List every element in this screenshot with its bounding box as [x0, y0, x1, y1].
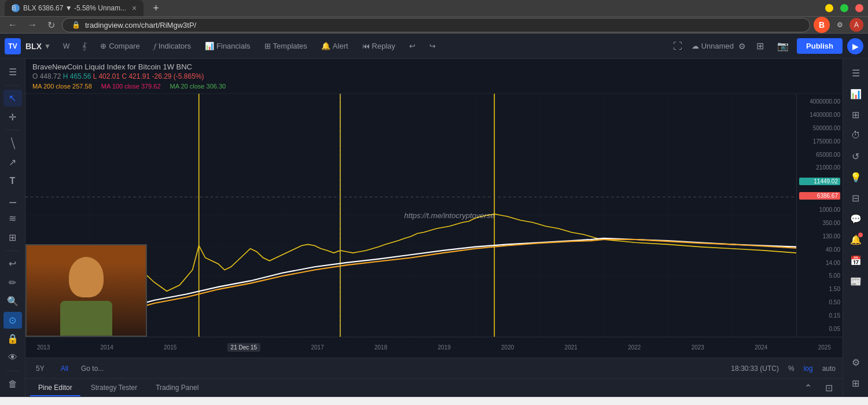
price-1.5: 1.50	[799, 286, 840, 292]
timeframe-w-button[interactable]: W	[58, 39, 75, 53]
magnet-tool[interactable]: ⊙	[3, 312, 22, 329]
trash-tool[interactable]: 🗑	[3, 376, 22, 393]
cursor-tool[interactable]: ↖	[3, 90, 22, 106]
replay-menu-item[interactable]: ⏮ Replay	[356, 38, 401, 54]
low-label: L	[93, 72, 97, 80]
time-labels: 2013 2014 2015 21 Dec 15 2017 2018 2019 …	[32, 343, 836, 352]
ma-legend: MA 200 close 257.58 MA 100 close 379.62 …	[32, 83, 836, 90]
rt-heatmap-icon[interactable]: ⊞	[847, 105, 865, 124]
trading-panel-tab[interactable]: Trading Panel	[148, 380, 207, 396]
rt-grid-icon[interactable]: ⊞	[847, 374, 865, 392]
browser-frame: B BLX 6386.67 ▼ -5.58% Unnam... × + ← → …	[0, 0, 868, 405]
undo-button[interactable]: ↩	[403, 38, 421, 54]
profile-icon[interactable]: A	[849, 18, 863, 32]
forward-button[interactable]: →	[24, 17, 41, 32]
rt-settings-icon[interactable]: ⚙	[847, 353, 865, 371]
close-label: C	[122, 72, 127, 80]
fullscreen-icon[interactable]: ⛶	[668, 37, 687, 56]
extensions-icon[interactable]: ⚙	[833, 19, 846, 31]
time-2022: 2022	[628, 344, 641, 351]
period-all[interactable]: All	[57, 363, 72, 374]
ma20-value: 306.30	[207, 83, 226, 90]
rt-chat-icon[interactable]: 💬	[847, 209, 865, 228]
tab-favicon: B	[12, 4, 20, 12]
camera-header-icon[interactable]: 📷	[774, 37, 792, 56]
rt-idea-icon[interactable]: 💡	[847, 168, 865, 186]
pine-editor-tab[interactable]: Pine Editor	[30, 380, 80, 396]
period-5y[interactable]: 5Y	[32, 363, 48, 374]
rt-candlestick-icon[interactable]: 📊	[847, 84, 865, 103]
security-icon: 🔒	[72, 21, 80, 29]
financials-menu-item[interactable]: 📊 Financials	[199, 38, 256, 54]
lock-tool[interactable]: 🔒	[3, 331, 22, 348]
settings-icon[interactable]: ⚙	[738, 42, 746, 51]
rt-calendar-icon[interactable]: 📅	[847, 251, 865, 270]
active-browser-tab[interactable]: B BLX 6386.67 ▼ -5.58% Unnam... ×	[5, 0, 144, 16]
redo-button[interactable]: ↪	[424, 38, 442, 54]
line-tool[interactable]: ╱	[0, 131, 25, 156]
rt-clock-icon[interactable]: ⏱	[847, 126, 865, 145]
notification-dot	[858, 233, 863, 237]
text-tool[interactable]: T	[3, 172, 22, 189]
crosshair-tool[interactable]: ✛	[3, 109, 22, 126]
layout-icon[interactable]: ⊞	[751, 37, 769, 56]
fib-tool[interactable]: ≋	[3, 211, 22, 227]
right-toolbar: ☰ 📊 ⊞ ⏱ ↺ 💡 ⊟ 💬 🔔 📅 📰 ⚙ ⊞	[843, 59, 868, 397]
new-tab-button[interactable]: +	[148, 2, 164, 14]
ma20-label: MA 20 close	[170, 83, 205, 90]
undo-tool[interactable]: ↩	[3, 255, 22, 272]
compare-menu-item[interactable]: ⊕ Compare	[94, 38, 145, 54]
time-2018: 2018	[374, 344, 387, 351]
time-2013: 2013	[37, 344, 50, 351]
price-1k: 1000.00	[799, 207, 840, 213]
publish-button[interactable]: Publish	[797, 38, 843, 54]
alert-menu-item[interactable]: 🔔 Alert	[315, 38, 354, 54]
chart-canvas[interactable]: https://t.me/intocryptoverse	[25, 94, 796, 337]
minimize-button[interactable]	[825, 4, 833, 12]
time-2025: 2025	[818, 344, 831, 351]
scale-log[interactable]: log	[804, 365, 813, 373]
zoom-tool[interactable]: 🔍	[3, 293, 22, 310]
high-label: H	[63, 72, 68, 80]
high-value: 465.56	[70, 72, 91, 80]
rt-refresh-icon[interactable]: ↺	[847, 147, 865, 165]
expand-icon[interactable]: ⊡	[819, 379, 838, 397]
hamburger-icon[interactable]: ☰	[3, 64, 22, 80]
financials-icon: 📊	[205, 42, 214, 50]
back-button[interactable]: ←	[5, 17, 21, 32]
ma100-value: 379.62	[141, 83, 161, 90]
brush-tool[interactable]: ✏	[3, 274, 22, 291]
strategy-tester-tab[interactable]: Strategy Tester	[83, 380, 145, 396]
time-2020: 2020	[501, 344, 514, 351]
scale-auto[interactable]: auto	[822, 365, 836, 373]
measure-tool[interactable]: ⚊	[3, 192, 22, 208]
indicators-menu-item[interactable]: 𝑓 Indicators	[148, 38, 197, 54]
chart-header: BraveNewCoin Liquid Index for Bitcoin 1W…	[25, 59, 843, 94]
close-button[interactable]	[855, 4, 863, 12]
ma100-label: MA 100 close	[101, 83, 139, 90]
price-130: 130.00	[799, 233, 840, 240]
rt-news-icon[interactable]: 📰	[847, 272, 865, 290]
refresh-button[interactable]: ↻	[44, 17, 58, 33]
price-0.05: 0.05	[799, 326, 840, 332]
price-axis: 4000000.00 1400000.00 500000.00 175000.0…	[796, 94, 843, 337]
tab-close-button[interactable]: ×	[132, 3, 137, 13]
rt-watchlist-icon[interactable]: ⊟	[847, 189, 865, 207]
play-button[interactable]: ▶	[847, 38, 863, 54]
timeframe-bar-button[interactable]: 𝄟	[77, 39, 92, 53]
symbol-label[interactable]: BLX	[25, 42, 42, 51]
trendline-tool[interactable]: ↗	[3, 154, 22, 171]
compare-icon: ⊕	[100, 42, 106, 50]
tv-right-actions: ⛶ ☁ Unnamed ⚙ ⊞ 📷 Publish ▶	[668, 37, 863, 56]
rt-list-icon[interactable]: ☰	[847, 64, 865, 82]
maximize-button[interactable]	[840, 4, 848, 12]
collapse-icon[interactable]: ⌃	[799, 379, 817, 397]
eye-tool[interactable]: 👁	[3, 349, 22, 366]
address-bar[interactable]: 🔒 tradingview.com/chart/RiMgw3tP/	[62, 18, 810, 32]
multiselect-tool[interactable]: ⊞	[3, 229, 22, 246]
browser-toolbar: ← → ↻ 🔒 tradingview.com/chart/RiMgw3tP/ …	[0, 17, 868, 34]
goto-button[interactable]: Go to...	[81, 365, 104, 373]
chart-row: https://t.me/intocryptoverse 4000000.00	[25, 94, 843, 337]
templates-menu-item[interactable]: ⊞ Templates	[259, 38, 313, 54]
price-0.5: 0.50	[799, 299, 840, 305]
